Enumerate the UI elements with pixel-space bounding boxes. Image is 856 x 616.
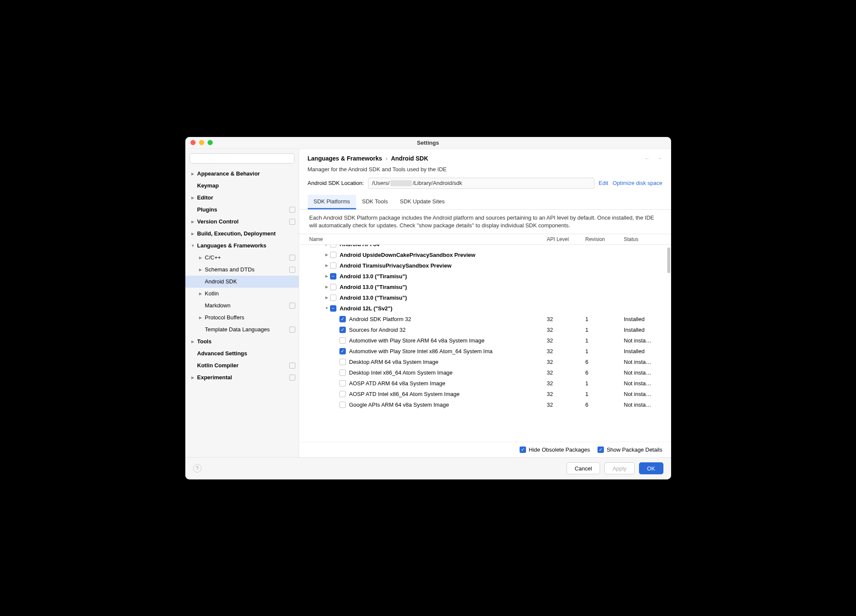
sidebar-item[interactable]: ▶Tools — [185, 336, 299, 348]
status-cell: Not insta… — [624, 359, 671, 365]
package-checkbox[interactable] — [339, 380, 346, 387]
api-level-cell: 32 — [547, 337, 586, 344]
edit-link[interactable]: Edit — [599, 180, 608, 186]
sidebar-item-label: Languages & Frameworks — [197, 242, 295, 249]
tab-sdk-update-sites[interactable]: SDK Update Sites — [394, 195, 451, 209]
sidebar-item[interactable]: ▶C/C++ — [185, 252, 299, 264]
sdk-path-suffix: /Library/Android/sdk — [413, 180, 462, 186]
sidebar-item[interactable]: Android SDK — [185, 276, 299, 288]
show-package-details-checkbox[interactable]: ✓Show Package Details — [597, 446, 662, 453]
search-input[interactable] — [190, 153, 294, 164]
table-row[interactable]: ▶−Android 13.0 ("Tiramisu") — [299, 271, 671, 282]
chevron-icon: ▶ — [198, 268, 203, 272]
package-checkbox[interactable]: − — [330, 305, 336, 312]
package-checkbox[interactable] — [339, 359, 346, 365]
package-checkbox[interactable]: − — [330, 273, 336, 280]
revision-cell: 6 — [586, 359, 624, 365]
sidebar-item-label: Schemas and DTDs — [205, 266, 288, 273]
sidebar-item[interactable]: ▼Languages & Frameworks — [185, 240, 299, 252]
sidebar-item[interactable]: ▶Editor — [185, 192, 299, 204]
tabs: SDK Platforms SDK Tools SDK Update Sites — [299, 195, 671, 210]
revision-cell: 1 — [586, 380, 624, 387]
table-row[interactable]: AOSP ATD ARM 64 v8a System Image321Not i… — [299, 378, 671, 389]
api-level-cell: 32 — [547, 369, 586, 376]
sidebar-item-label: Editor — [197, 194, 295, 201]
nav-back-icon[interactable]: ← — [645, 155, 651, 162]
package-checkbox[interactable]: ✓ — [339, 327, 346, 333]
sidebar-item[interactable]: Plugins — [185, 204, 299, 216]
package-name: Android 13.0 ("Tiramisu") — [340, 284, 547, 290]
sidebar-item[interactable]: ▶Schemas and DTDs — [185, 264, 299, 276]
optimize-link[interactable]: Optimize disk space — [612, 180, 662, 186]
ok-button[interactable]: OK — [639, 462, 663, 474]
chevron-icon: ▶ — [190, 172, 196, 176]
package-checkbox[interactable] — [330, 252, 336, 258]
table-row[interactable]: ▶Android API 34 — [299, 245, 671, 250]
sidebar-item[interactable]: Advanced Settings — [185, 348, 299, 360]
package-checkbox[interactable]: ✓ — [339, 348, 346, 354]
sidebar-item[interactable]: Keymap — [185, 180, 299, 192]
table-row[interactable]: ▶Android TiramisuPrivacySandbox Preview — [299, 260, 671, 271]
api-level-cell: 32 — [547, 327, 586, 333]
hide-obsolete-checkbox[interactable]: ✓Hide Obsolete Packages — [520, 446, 590, 453]
package-table[interactable]: ▶Android API 34▶Android UpsideDownCakePr… — [299, 245, 671, 442]
sidebar-item[interactable]: ▶Build, Execution, Deployment — [185, 228, 299, 240]
sidebar-item[interactable]: ▶Version Control — [185, 216, 299, 228]
sidebar-item[interactable]: ▶Kotlin — [185, 288, 299, 300]
header-status: Status — [624, 236, 671, 242]
status-cell: Not insta… — [624, 391, 671, 397]
settings-window: Settings ⌕▾ ▶Appearance & BehaviorKeymap… — [185, 137, 671, 479]
apply-button[interactable]: Apply — [604, 462, 635, 474]
status-cell: Not insta… — [624, 402, 671, 408]
nav-forward-icon[interactable]: → — [657, 155, 663, 162]
sidebar-item[interactable]: ▶Protocol Buffers — [185, 312, 299, 324]
tab-sdk-tools[interactable]: SDK Tools — [356, 195, 394, 209]
table-row[interactable]: ✓Sources for Android 32321Installed — [299, 324, 671, 335]
module-badge-icon — [289, 267, 295, 273]
module-badge-icon — [289, 219, 295, 225]
package-checkbox[interactable] — [330, 295, 336, 301]
sidebar-item[interactable]: ▶Appearance & Behavior — [185, 168, 299, 180]
cancel-button[interactable]: Cancel — [567, 462, 600, 474]
package-checkbox[interactable] — [339, 402, 346, 408]
header-revision: Revision — [586, 236, 624, 242]
table-row[interactable]: ✓Automotive with Play Store Intel x86 At… — [299, 346, 671, 357]
sidebar-item-label: Markdown — [205, 302, 288, 309]
chevron-icon: ▶ — [198, 256, 203, 260]
table-row[interactable]: ▶Android UpsideDownCakePrivacySandbox Pr… — [299, 250, 671, 260]
package-name: Desktop ARM 64 v8a System Image — [349, 359, 547, 365]
table-row[interactable]: ▶Android 13.0 ("Tiramisu") — [299, 292, 671, 303]
table-row[interactable]: Google APIs ARM 64 v8a System Image326No… — [299, 399, 671, 410]
sidebar-item[interactable]: Markdown — [185, 300, 299, 312]
help-icon[interactable]: ? — [193, 464, 202, 473]
table-row[interactable]: ✓Android SDK Platform 32321Installed — [299, 314, 671, 324]
status-cell: Not insta… — [624, 380, 671, 387]
sidebar-item[interactable]: Template Data Languages — [185, 324, 299, 336]
revision-cell: 1 — [586, 348, 624, 354]
package-checkbox[interactable] — [330, 262, 336, 269]
sidebar-item[interactable]: ▶Experimental — [185, 372, 299, 384]
table-row[interactable]: Desktop Intel x86_64 Atom System Image32… — [299, 367, 671, 378]
table-row[interactable]: Desktop ARM 64 v8a System Image326Not in… — [299, 357, 671, 367]
tab-sdk-platforms[interactable]: SDK Platforms — [308, 195, 356, 209]
module-badge-icon — [289, 363, 295, 369]
table-row[interactable]: ▼−Android 12L ("Sv2") — [299, 303, 671, 314]
package-checkbox[interactable] — [330, 245, 336, 247]
package-checkbox[interactable] — [339, 369, 346, 376]
header-name: Name — [299, 236, 547, 242]
package-checkbox[interactable] — [339, 337, 346, 344]
package-checkbox[interactable] — [339, 391, 346, 397]
table-row[interactable]: ▶Android 13.0 ("Tiramisu") — [299, 282, 671, 292]
sidebar-item-label: Experimental — [197, 374, 288, 381]
sidebar-item[interactable]: Kotlin Compiler — [185, 360, 299, 372]
chevron-icon: ▶ — [324, 295, 330, 300]
status-cell: Installed — [624, 316, 671, 322]
package-checkbox[interactable] — [330, 284, 336, 290]
table-row[interactable]: Automotive with Play Store ARM 64 v8a Sy… — [299, 335, 671, 346]
package-checkbox[interactable]: ✓ — [339, 316, 346, 322]
revision-cell: 6 — [586, 402, 624, 408]
table-row[interactable]: AOSP ATD Intel x86_64 Atom System Image3… — [299, 389, 671, 399]
bottom-options: ✓Hide Obsolete Packages ✓Show Package De… — [299, 442, 671, 457]
sdk-location-input[interactable]: /Users//Library/Android/sdk — [368, 178, 594, 189]
scrollbar-thumb[interactable] — [667, 247, 670, 273]
